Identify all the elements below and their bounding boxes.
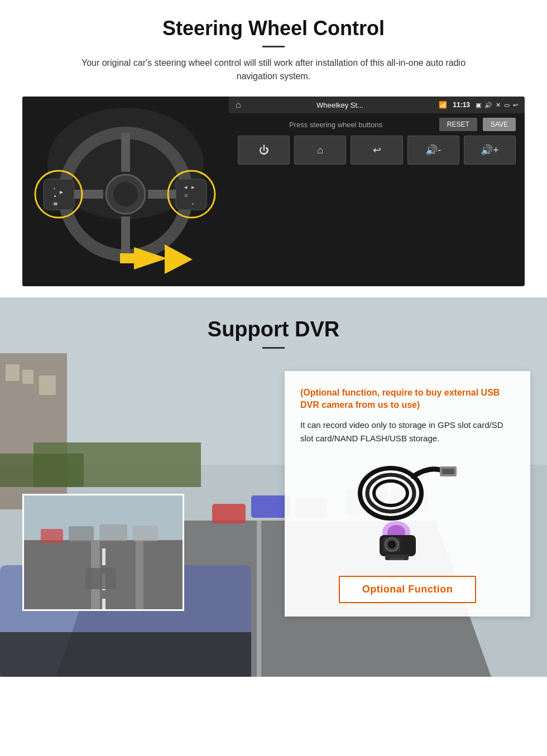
reset-button[interactable]: RESET xyxy=(439,118,477,131)
vol-up-button[interactable]: 🔊+ xyxy=(464,136,516,165)
dvr-optional-text: (Optional function, require to buy exter… xyxy=(300,387,515,412)
svg-rect-51 xyxy=(136,540,143,611)
dvr-camera-image xyxy=(300,454,515,566)
dvr-info-card: (Optional function, require to buy exter… xyxy=(285,371,530,617)
svg-rect-52 xyxy=(85,568,116,589)
steering-description: Your original car's steering wheel contr… xyxy=(61,56,486,83)
steering-title: Steering Wheel Control xyxy=(22,17,525,40)
svg-rect-50 xyxy=(133,526,158,541)
svg-text:☎: ☎ xyxy=(53,202,58,206)
svg-rect-49 xyxy=(99,524,127,541)
optional-function-button[interactable]: Optional Function xyxy=(339,576,476,603)
svg-rect-9 xyxy=(44,179,74,210)
save-button[interactable]: SAVE xyxy=(483,118,516,131)
back-button[interactable]: ↩ xyxy=(351,136,402,165)
svg-text:+: + xyxy=(53,186,56,191)
clock: 11:13 xyxy=(453,101,470,109)
dvr-section: Support DVR xyxy=(0,297,547,677)
dvr-divider xyxy=(262,347,285,349)
svg-rect-66 xyxy=(390,558,404,560)
dvr-camera-svg xyxy=(352,460,463,560)
svg-point-55 xyxy=(374,481,407,505)
steering-instruction-row: Press steering wheel buttons RESET SAVE xyxy=(229,113,525,136)
svg-rect-44 xyxy=(102,548,105,565)
status-icons: ▣ 🔊 ✕ ▭ ↩ xyxy=(476,102,518,109)
volume-icon: 🔊 xyxy=(484,102,492,109)
svg-rect-46 xyxy=(102,599,105,610)
dvr-description: It can record video only to storage in G… xyxy=(300,418,515,445)
close-icon: ✕ xyxy=(496,102,501,109)
usb-icon: 📶 xyxy=(439,101,447,109)
steering-buttons-row: ⏻ ⌂ ↩ 🔊- 🔊+ xyxy=(229,136,525,165)
dvr-title: Support DVR xyxy=(208,317,339,341)
home-icon: ⌂ xyxy=(236,100,241,110)
svg-rect-22 xyxy=(120,253,136,263)
svg-rect-57 xyxy=(442,469,454,474)
dvr-content: Support DVR xyxy=(0,297,547,617)
power-button[interactable]: ⏻ xyxy=(238,136,290,165)
svg-rect-48 xyxy=(69,526,94,542)
svg-text:▲: ▲ xyxy=(53,194,57,198)
home-button[interactable]: ⌂ xyxy=(294,136,346,165)
back-nav-icon: ↩ xyxy=(513,102,518,109)
android-screen: ⌂ Wheelkey St... 📶 11:13 ▣ 🔊 ✕ ▭ ↩ Press… xyxy=(229,97,525,286)
camera-icon: ▣ xyxy=(476,102,481,109)
title-divider xyxy=(262,46,285,47)
road-thumbnail-svg xyxy=(24,495,184,611)
svg-rect-40 xyxy=(0,632,251,677)
screen-icon: ▭ xyxy=(504,102,510,109)
dvr-left-column xyxy=(17,371,285,611)
android-topbar: ⌂ Wheelkey St... 📶 11:13 ▣ 🔊 ✕ ▭ ↩ xyxy=(229,97,525,113)
svg-text:+: + xyxy=(191,201,194,206)
svg-text:▶: ▶ xyxy=(60,190,64,195)
dvr-main-layout: (Optional function, require to buy exter… xyxy=(17,371,530,617)
steering-wheel-svg: + ▲ ▶ ☎ ◀ ▶ ⊙ + xyxy=(22,97,229,286)
dvr-road-thumbnail xyxy=(22,494,184,611)
svg-text:⊙: ⊙ xyxy=(184,193,188,198)
vol-down-button[interactable]: 🔊- xyxy=(407,136,459,165)
instruction-text: Press steering wheel buttons xyxy=(238,121,434,129)
steering-demo-image: + ▲ ▶ ☎ ◀ ▶ ⊙ + xyxy=(22,97,525,286)
steering-section: Steering Wheel Control Your original car… xyxy=(0,0,547,297)
svg-point-8 xyxy=(113,182,138,206)
svg-rect-47 xyxy=(41,529,63,543)
app-title: Wheelkey St... xyxy=(247,101,434,109)
svg-point-64 xyxy=(390,543,394,546)
steering-wheel-photo: + ▲ ▶ ☎ ◀ ▶ ⊙ + xyxy=(22,97,229,286)
